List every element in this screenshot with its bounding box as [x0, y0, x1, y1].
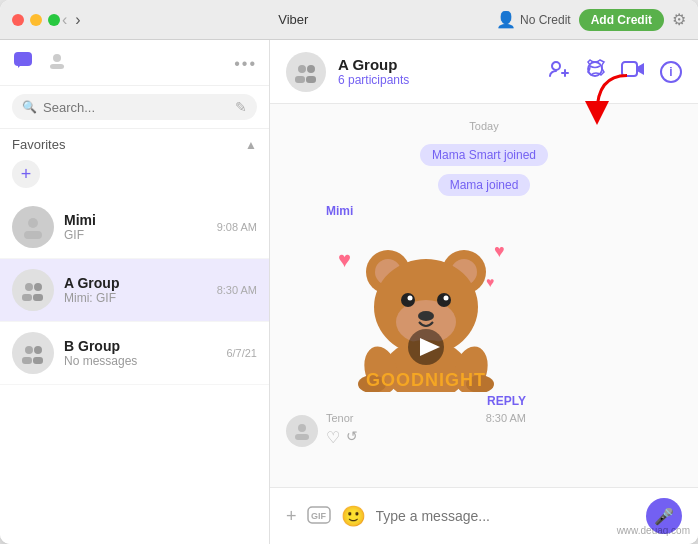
system-message-2: Mama joined	[286, 174, 682, 196]
svg-rect-8	[33, 294, 43, 301]
sticker-message-row: Mimi ♥ ♥ ♥	[286, 204, 682, 447]
messages-area: Today Mama Smart joined Mama joined	[270, 104, 698, 487]
svg-rect-21	[295, 434, 309, 440]
window-title: Viber	[91, 12, 496, 27]
date-label: Today	[286, 120, 682, 132]
search-icon: 🔍	[22, 100, 37, 114]
chat-header-info: A Group 6 participants	[338, 56, 536, 87]
compose-icon[interactable]: ✎	[235, 99, 247, 115]
chat-item-agroup[interactable]: A Group Mimi: GIF 8:30 AM	[0, 259, 269, 322]
svg-text:♥: ♥	[486, 274, 494, 290]
maximize-button[interactable]	[48, 14, 60, 26]
sticker-time: 8:30 AM	[486, 412, 526, 424]
message-reactions: ♡ ↺	[326, 428, 526, 447]
svg-rect-12	[33, 357, 43, 364]
favorites-toggle[interactable]: ▲	[245, 138, 257, 152]
svg-point-34	[444, 296, 449, 301]
search-input[interactable]	[43, 100, 223, 115]
search-bar: 🔍 ✎	[0, 86, 269, 129]
add-credit-button[interactable]: Add Credit	[579, 9, 664, 31]
gif-icon[interactable]: GIF	[307, 506, 331, 527]
svg-rect-4	[24, 231, 42, 239]
chat-area: A Group 6 participants	[270, 40, 698, 544]
svg-point-20	[298, 424, 306, 432]
svg-point-1	[53, 54, 61, 62]
svg-point-14	[307, 65, 315, 73]
svg-point-32	[437, 293, 451, 307]
add-participant-icon[interactable]	[548, 58, 570, 85]
svg-point-6	[34, 283, 42, 291]
emoji-icon[interactable]: 🙂	[341, 504, 366, 528]
mimi-name: Mimi	[64, 212, 207, 228]
bgroup-preview: No messages	[64, 354, 216, 368]
favorites-label: Favorites	[12, 137, 65, 152]
more-options-icon[interactable]: •••	[234, 55, 257, 73]
sticker-content: Mimi ♥ ♥ ♥	[326, 204, 526, 447]
svg-text:♥: ♥	[494, 241, 505, 261]
svg-point-31	[401, 293, 415, 307]
sticker-sender-name: Mimi	[326, 204, 526, 218]
mimi-sender-avatar	[286, 415, 318, 447]
bgroup-avatar	[12, 332, 54, 374]
minimize-button[interactable]	[30, 14, 42, 26]
chat-name: A Group	[338, 56, 536, 73]
sticker-message: ♥ ♥ ♥	[326, 222, 526, 447]
sticker-footer: Tenor 8:30 AM	[326, 412, 526, 424]
watermark: www.deuaq.com	[617, 525, 690, 536]
svg-rect-7	[22, 294, 32, 301]
mimi-time: 9:08 AM	[217, 221, 257, 233]
settings-icon[interactable]: ⚙	[672, 10, 686, 29]
svg-text:♥: ♥	[338, 247, 351, 272]
svg-rect-11	[22, 357, 32, 364]
sticker-attribution: Tenor	[326, 412, 354, 424]
chat-header: A Group 6 participants	[270, 40, 698, 104]
phone-call-icon[interactable]	[584, 58, 606, 85]
main-layout: ••• 🔍 ✎ Favorites ▲ +	[0, 40, 698, 544]
bgroup-meta: 6/7/21	[226, 347, 257, 359]
favorites-section: Favorites ▲	[0, 129, 269, 156]
sidebar-top: •••	[0, 40, 269, 86]
svg-point-17	[552, 62, 560, 70]
reply-button[interactable]: REPLY	[487, 394, 526, 408]
traffic-lights	[12, 14, 60, 26]
info-icon[interactable]: i	[660, 61, 682, 83]
video-call-icon[interactable]	[620, 58, 646, 85]
svg-rect-16	[306, 76, 316, 83]
svg-text:GOODNIGHT: GOODNIGHT	[366, 370, 486, 390]
forward-arrow[interactable]: ›	[73, 9, 82, 31]
no-credit-indicator: 👤 No Credit	[496, 10, 571, 29]
svg-point-33	[408, 296, 413, 301]
system-bubble-2: Mama joined	[438, 174, 531, 196]
close-button[interactable]	[12, 14, 24, 26]
chat-item-bgroup[interactable]: B Group No messages 6/7/21	[0, 322, 269, 385]
title-bar: ‹ › Viber 👤 No Credit Add Credit ⚙	[0, 0, 698, 40]
agroup-avatar	[12, 269, 54, 311]
agroup-meta: 8:30 AM	[217, 284, 257, 296]
sidebar: ••• 🔍 ✎ Favorites ▲ +	[0, 40, 270, 544]
heart-reaction[interactable]: ♡	[326, 428, 340, 447]
bgroup-info: B Group No messages	[64, 338, 216, 368]
contacts-icon[interactable]	[46, 50, 68, 77]
mimi-meta: 9:08 AM	[217, 221, 257, 233]
chat-icon[interactable]	[12, 50, 34, 77]
back-arrow[interactable]: ‹	[60, 9, 69, 31]
add-favorite-button[interactable]: +	[12, 160, 40, 188]
add-icon[interactable]: +	[286, 506, 297, 527]
chat-header-avatar	[286, 52, 326, 92]
chat-participants: 6 participants	[338, 73, 536, 87]
svg-point-13	[298, 65, 306, 73]
reply-button-wrap: REPLY	[326, 394, 526, 408]
agroup-name: A Group	[64, 275, 207, 291]
chat-list: Mimi GIF 9:08 AM	[0, 196, 269, 544]
system-bubble-1: Mama Smart joined	[420, 144, 548, 166]
agroup-info: A Group Mimi: GIF	[64, 275, 207, 305]
svg-rect-15	[295, 76, 305, 83]
thumbsup-reaction[interactable]: ↺	[346, 428, 358, 447]
search-input-wrap: 🔍 ✎	[12, 94, 257, 120]
svg-rect-2	[50, 64, 64, 69]
message-input[interactable]	[376, 508, 636, 524]
chat-item-mimi[interactable]: Mimi GIF 9:08 AM	[0, 196, 269, 259]
person-icon: 👤	[496, 10, 516, 29]
bear-sticker-svg: ♥ ♥ ♥	[326, 222, 526, 392]
svg-point-3	[28, 218, 38, 228]
